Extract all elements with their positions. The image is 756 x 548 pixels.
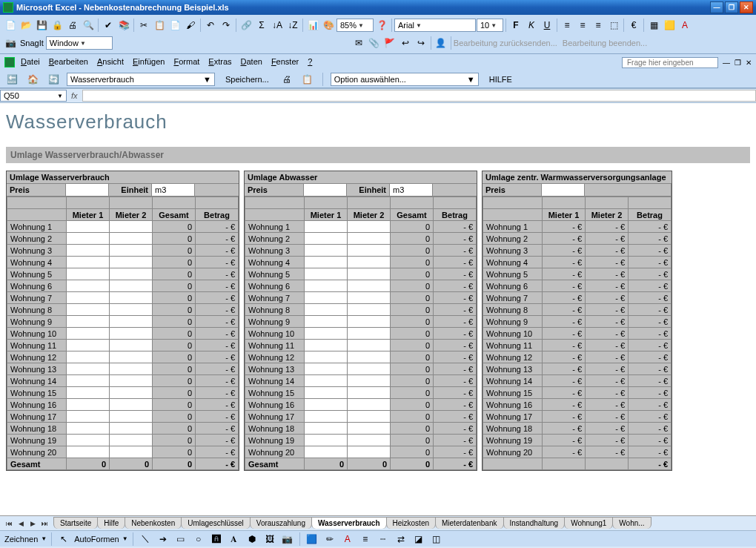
cell[interactable] bbox=[67, 435, 110, 446]
cell[interactable]: 0 bbox=[153, 435, 196, 446]
cell[interactable]: - € bbox=[543, 233, 586, 245]
cell[interactable] bbox=[348, 351, 391, 363]
3d-icon[interactable]: ◫ bbox=[429, 532, 444, 547]
sheet-tab-nebenkosten[interactable]: Nebenkosten bbox=[125, 517, 182, 529]
cell[interactable]: 0 bbox=[391, 280, 434, 292]
cell[interactable] bbox=[110, 245, 153, 257]
cell[interactable]: - € bbox=[434, 399, 477, 411]
cell[interactable] bbox=[348, 304, 391, 316]
dash-style-icon[interactable]: ┄ bbox=[376, 532, 391, 547]
print-icon-2[interactable]: 🖨 bbox=[279, 72, 294, 87]
cell[interactable]: - € bbox=[196, 446, 239, 458]
cell[interactable]: Wohnung 14 bbox=[7, 375, 67, 387]
cell[interactable]: Wohnung 3 bbox=[483, 245, 543, 257]
cell[interactable]: Wohnung 13 bbox=[483, 363, 543, 375]
cell[interactable]: Wohnung 13 bbox=[7, 363, 67, 375]
reply-icon[interactable]: ↩ bbox=[398, 36, 413, 50]
sheet-tab-heizkosten[interactable]: Heizkosten bbox=[386, 517, 436, 529]
cell[interactable] bbox=[348, 221, 391, 233]
cell[interactable]: Wohnung 5 bbox=[483, 268, 543, 280]
cell[interactable] bbox=[67, 363, 110, 375]
cell[interactable]: - € bbox=[586, 245, 629, 257]
cell[interactable]: Wohnung 12 bbox=[483, 351, 543, 363]
cell[interactable]: - € bbox=[434, 423, 477, 435]
cell[interactable]: - € bbox=[434, 316, 477, 328]
cell[interactable]: - € bbox=[629, 245, 672, 257]
cell[interactable] bbox=[110, 328, 153, 340]
cell[interactable]: Wohnung 3 bbox=[7, 245, 67, 257]
cell[interactable]: - € bbox=[586, 292, 629, 304]
redo-icon[interactable]: ↷ bbox=[219, 18, 233, 33]
cell[interactable]: Wohnung 7 bbox=[483, 292, 543, 304]
cell[interactable]: - € bbox=[629, 304, 672, 316]
cell[interactable]: - € bbox=[434, 292, 477, 304]
menu-item-bearbeiten[interactable]: Bearbeiten bbox=[44, 56, 93, 67]
sheet-tab-wohn...[interactable]: Wohn... bbox=[612, 517, 651, 529]
cell[interactable]: Wohnung 11 bbox=[483, 340, 543, 351]
cell[interactable]: - € bbox=[586, 351, 629, 363]
cell[interactable] bbox=[348, 292, 391, 304]
arrow-icon[interactable]: ➔ bbox=[156, 532, 170, 547]
cell[interactable]: Wohnung 10 bbox=[7, 328, 67, 340]
align-center-icon[interactable]: ≡ bbox=[575, 18, 590, 33]
cell[interactable]: 0 bbox=[153, 351, 196, 363]
cell[interactable] bbox=[67, 280, 110, 292]
cell[interactable]: - € bbox=[196, 221, 239, 233]
cell[interactable] bbox=[67, 446, 110, 458]
cell[interactable]: - € bbox=[543, 351, 586, 363]
cell[interactable]: Wohnung 2 bbox=[245, 233, 305, 245]
cell[interactable] bbox=[67, 340, 110, 351]
cell[interactable]: - € bbox=[629, 399, 672, 411]
cell[interactable]: Wohnung 2 bbox=[483, 233, 543, 245]
cell[interactable]: - € bbox=[629, 292, 672, 304]
cell[interactable]: - € bbox=[196, 363, 239, 375]
cell[interactable] bbox=[110, 351, 153, 363]
cell[interactable] bbox=[305, 257, 348, 268]
cell[interactable]: - € bbox=[543, 304, 586, 316]
cell[interactable] bbox=[67, 387, 110, 399]
cell[interactable]: Wohnung 3 bbox=[245, 245, 305, 257]
cell[interactable]: - € bbox=[543, 268, 586, 280]
cell[interactable]: Wohnung 13 bbox=[245, 363, 305, 375]
cell[interactable] bbox=[348, 423, 391, 435]
cell[interactable]: - € bbox=[629, 328, 672, 340]
cell[interactable] bbox=[305, 292, 348, 304]
undo-icon[interactable]: ↶ bbox=[203, 18, 218, 33]
cell[interactable]: - € bbox=[629, 387, 672, 399]
help-search-input[interactable] bbox=[622, 57, 718, 68]
sort-asc-icon[interactable]: ↓A bbox=[270, 18, 285, 33]
cell[interactable]: Wohnung 4 bbox=[483, 257, 543, 268]
cell[interactable]: Wohnung 20 bbox=[245, 446, 305, 458]
cell[interactable] bbox=[305, 233, 348, 245]
cell[interactable]: Wohnung 5 bbox=[245, 268, 305, 280]
sheet-tab-umlageschlüssel[interactable]: Umlageschlüssel bbox=[181, 517, 251, 529]
cell[interactable]: Wohnung 6 bbox=[7, 280, 67, 292]
cell[interactable]: Wohnung 18 bbox=[245, 423, 305, 435]
sort-desc-icon[interactable]: ↓Z bbox=[285, 18, 300, 33]
cell[interactable] bbox=[110, 387, 153, 399]
cell[interactable]: - € bbox=[196, 257, 239, 268]
cell[interactable] bbox=[348, 268, 391, 280]
cell[interactable] bbox=[305, 221, 348, 233]
cell[interactable]: - € bbox=[196, 304, 239, 316]
cell[interactable]: - € bbox=[543, 446, 586, 458]
tab-last-icon[interactable]: ⏭ bbox=[39, 518, 50, 529]
print-preview-icon[interactable]: 🔍 bbox=[81, 18, 96, 33]
cell[interactable]: 0 bbox=[391, 423, 434, 435]
picture-icon[interactable]: 📷 bbox=[280, 532, 295, 547]
doc-icon[interactable] bbox=[4, 57, 15, 67]
cell[interactable]: Wohnung 17 bbox=[7, 411, 67, 423]
fill-icon[interactable]: 🟦 bbox=[305, 532, 319, 547]
cell[interactable]: Wohnung 16 bbox=[245, 399, 305, 411]
formula-input[interactable] bbox=[82, 90, 756, 102]
cell[interactable]: - € bbox=[543, 316, 586, 328]
cell[interactable]: - € bbox=[434, 221, 477, 233]
cell[interactable]: - € bbox=[629, 316, 672, 328]
zoom-dropdown[interactable]: 85%▼ bbox=[336, 19, 374, 32]
cell[interactable] bbox=[305, 316, 348, 328]
cell[interactable] bbox=[110, 304, 153, 316]
snagit-icon[interactable]: 📷 bbox=[3, 36, 18, 50]
cell[interactable]: 0 bbox=[153, 221, 196, 233]
cell[interactable]: - € bbox=[543, 221, 586, 233]
cell[interactable]: - € bbox=[629, 340, 672, 351]
